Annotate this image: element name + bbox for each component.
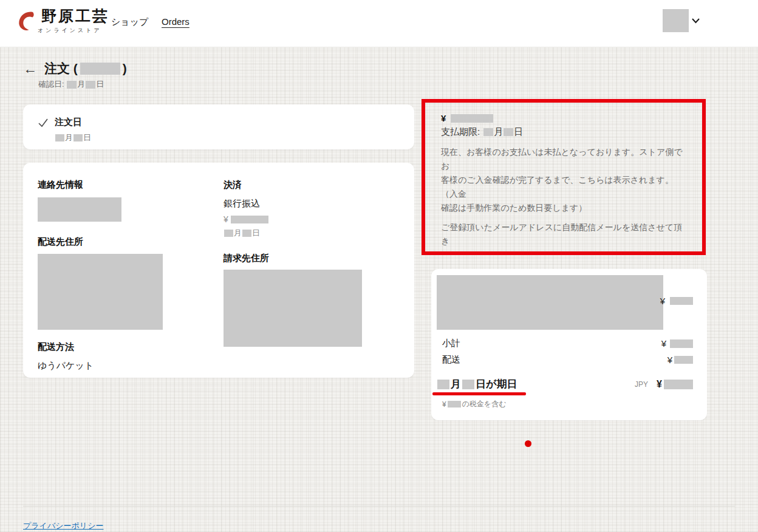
header: 野原工芸 オンラインストア ショップ Orders [0, 0, 758, 47]
redacted-day [462, 380, 474, 389]
total-price: JPY ¥ [635, 379, 693, 390]
shipping-value: ¥ [668, 355, 693, 365]
redacted-total-amount [451, 114, 493, 123]
confirmed-date-line: 確認日: 月 日 [38, 79, 104, 90]
title-row: ← 注文 ( ) [23, 60, 127, 77]
order-date-card: 注文日 月 日 [23, 104, 414, 149]
redacted-month [224, 230, 233, 237]
redacted-subtotal [670, 339, 693, 348]
redacted-month [437, 380, 449, 389]
due-suffix: 日が期日 [476, 377, 517, 391]
redacted-payment-amount [231, 216, 268, 223]
notice-paragraph-1: 現在、お客様のお支払いは未払となっております。ストア側でお 客様のご入金確認が完… [441, 145, 689, 215]
check-icon [38, 117, 49, 128]
nav-orders-link[interactable]: Orders [162, 16, 189, 27]
month-glyph: 月 [451, 377, 461, 391]
notice-amount-line: ¥ [441, 113, 689, 123]
page-title: 注文 ( ) [44, 60, 127, 77]
shipping-row: 配送 ¥ [442, 354, 693, 366]
subtotal-row: 小計 ¥ [442, 338, 693, 349]
redacted-day [242, 230, 251, 237]
total-due-date: 月 日が期日 [436, 377, 517, 391]
yen-sign: ¥ [657, 379, 662, 390]
yen-sign: ¥ [441, 113, 446, 123]
notice-paragraph-2: ご登録頂いたメールアドレスに自動配信メールを送信させて頂き ました。 しばらくた… [441, 220, 689, 255]
store-logo[interactable]: 野原工芸 オンラインストア [18, 7, 109, 35]
yen-sign: ¥ [661, 338, 666, 349]
page-title-open: 注文 ( [44, 60, 78, 77]
back-arrow-icon[interactable]: ← [23, 61, 37, 77]
redacted-line-item-price [670, 297, 693, 305]
notice-deadline-line: 支払期限: 月 日 [441, 126, 689, 138]
tax-note: ¥ の税金を含む [442, 399, 507, 409]
redacted-month [67, 81, 77, 89]
redacted-shipping-cost [674, 356, 693, 364]
redacted-line-item [437, 275, 663, 330]
payment-amount-line: ¥ [224, 214, 400, 224]
yen-sign: ¥ [442, 400, 446, 409]
redacted-day [73, 134, 83, 142]
order-date-value: 月 日 [55, 132, 400, 143]
redacted-tax-amount [448, 401, 461, 408]
deadline-label: 支払期限: [441, 126, 480, 138]
redacted-billing-address [224, 270, 362, 347]
payment-method-value: 銀行振込 [224, 198, 400, 210]
red-dot-annotation [525, 440, 531, 447]
shipping-address-heading: 配送先住所 [38, 236, 224, 248]
day-glyph: 日 [83, 132, 91, 143]
line-item-price: ¥ [660, 296, 693, 306]
payment-date-line: 月 日 [224, 228, 400, 239]
shipping-label: 配送 [442, 354, 460, 366]
tax-note-suffix: の税金を含む [462, 399, 507, 409]
order-summary-card: ¥ 小計 ¥ 配送 ¥ 月 日が期日 JPY ¥ ¥ の税金を含む [431, 269, 707, 420]
account-menu-button[interactable] [663, 9, 700, 32]
redacted-contact-info [38, 197, 121, 222]
payment-heading: 決済 [224, 179, 400, 191]
nav-shop-link[interactable]: ショップ [111, 16, 148, 28]
day-glyph: 日 [96, 79, 104, 90]
total-row: 月 日が期日 JPY ¥ [436, 377, 693, 391]
footer-divider [23, 506, 735, 506]
order-details-card: 連絡先情報 配送先住所 配送方法 ゆうパケット 決済 銀行振込 ¥ 月 日 請求… [23, 163, 414, 378]
brand-subtitle: オンラインストア [38, 27, 109, 35]
shipping-method-heading: 配送方法 [38, 341, 224, 353]
redacted-month [483, 128, 493, 136]
month-glyph: 月 [234, 228, 242, 239]
due-date-underline-annotation [432, 392, 526, 395]
day-glyph: 日 [252, 228, 260, 239]
redacted-order-number [80, 63, 120, 75]
redacted-day [86, 81, 95, 89]
payment-notice-annotation-box: ¥ 支払期限: 月 日 現在、お客様のお支払いは未払となっております。ストア側で… [422, 99, 706, 255]
redacted-month [55, 134, 64, 142]
page-title-close: ) [123, 61, 127, 76]
privacy-policy-link[interactable]: プライバシーポリシー [23, 520, 103, 531]
yen-sign: ¥ [660, 296, 665, 306]
day-glyph: 日 [514, 126, 523, 138]
billing-address-heading: 請求先住所 [224, 253, 400, 264]
confirmed-label: 確認日: [38, 79, 64, 90]
yen-sign: ¥ [668, 355, 672, 365]
redacted-shipping-address [38, 254, 163, 330]
yen-sign: ¥ [224, 214, 228, 224]
redacted-total-price [664, 380, 693, 389]
month-glyph: 月 [494, 126, 503, 138]
chevron-down-icon [692, 18, 700, 24]
month-glyph: 月 [65, 132, 73, 143]
order-date-title: 注文日 [55, 117, 82, 128]
currency-code: JPY [635, 380, 648, 389]
month-glyph: 月 [77, 79, 85, 90]
logo-swirl-icon [18, 11, 39, 34]
subtotal-value: ¥ [661, 338, 693, 349]
subtotal-label: 小計 [442, 338, 460, 349]
contact-info-heading: 連絡先情報 [38, 179, 224, 191]
shipping-method-value: ゆうパケット [38, 360, 224, 372]
redacted-account-name [663, 9, 689, 32]
redacted-day [504, 128, 513, 136]
brand-name: 野原工芸 [41, 7, 109, 26]
